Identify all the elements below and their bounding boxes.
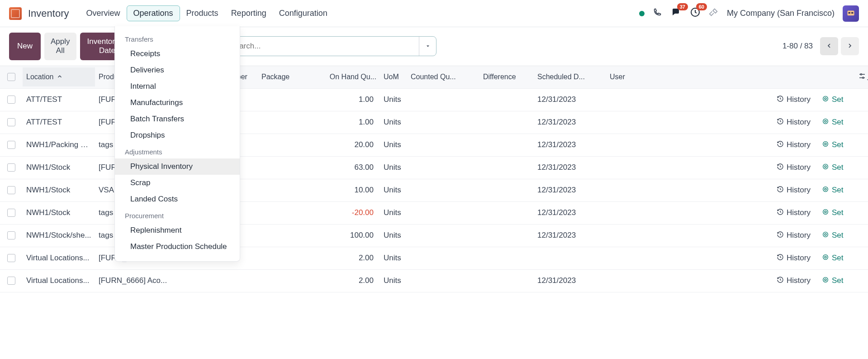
set-button[interactable]: Set — [822, 163, 851, 172]
col-scheduled[interactable]: Scheduled D... — [534, 67, 606, 86]
cell-user — [606, 275, 651, 286]
dropdown-item-dropships[interactable]: Dropships — [115, 127, 240, 144]
row-checkbox[interactable] — [0, 226, 23, 245]
dropdown-item-internal[interactable]: Internal — [115, 78, 240, 95]
dropdown-item-receipts[interactable]: Receipts — [115, 46, 240, 62]
pager-prev-button[interactable] — [820, 37, 838, 55]
history-button[interactable]: History — [777, 140, 815, 149]
activities-icon[interactable]: 60 — [690, 7, 701, 20]
cell-scheduled: 12/31/2023 — [534, 158, 606, 177]
svg-point-12 — [823, 119, 828, 124]
col-onhand[interactable]: On Hand Qu... — [317, 67, 380, 86]
target-icon — [822, 186, 829, 195]
col-difference[interactable]: Difference — [479, 67, 534, 86]
set-button[interactable]: Set — [822, 254, 851, 263]
cell-user — [606, 230, 651, 241]
topnav-right: 37 60 My Company (San Francisco) — [639, 5, 859, 22]
row-checkbox[interactable] — [0, 271, 23, 290]
cell-user — [606, 139, 651, 150]
set-button[interactable]: Set — [822, 140, 851, 149]
cell-location: Virtual Locations... — [23, 271, 95, 291]
nav-reporting[interactable]: Reporting — [225, 6, 273, 21]
dropdown-item-landed-costs[interactable]: Landed Costs — [115, 191, 240, 207]
app-logo-icon[interactable] — [9, 7, 22, 20]
row-checkbox[interactable] — [0, 90, 23, 109]
row-checkbox[interactable] — [0, 113, 23, 132]
row-checkbox[interactable] — [0, 158, 23, 177]
target-icon — [822, 118, 829, 127]
messages-icon[interactable]: 37 — [671, 7, 682, 20]
svg-point-17 — [825, 166, 826, 168]
target-icon — [822, 276, 829, 285]
col-counted[interactable]: Counted Qu... — [407, 67, 479, 86]
status-dot-icon[interactable] — [639, 11, 645, 16]
row-checkbox[interactable] — [0, 203, 23, 222]
history-button[interactable]: History — [777, 254, 815, 263]
history-button[interactable]: History — [777, 186, 815, 195]
row-checkbox[interactable] — [0, 135, 23, 154]
target-icon — [822, 231, 829, 240]
cell-location: NWH1/Stock — [23, 203, 95, 223]
dropdown-item-manufacturings[interactable]: Manufacturings — [115, 95, 240, 111]
row-checkbox[interactable] — [0, 181, 23, 200]
header-checkbox[interactable] — [0, 67, 23, 86]
history-button[interactable]: History — [777, 95, 815, 104]
app-title[interactable]: Inventory — [28, 8, 69, 19]
cell-location: NWH1/Stock/she... — [23, 225, 95, 245]
pager-next-button[interactable] — [841, 37, 859, 55]
cell-package — [258, 207, 317, 218]
cell-counted — [407, 207, 479, 218]
search-box[interactable] — [210, 36, 436, 56]
nav-operations[interactable]: Operations — [127, 5, 180, 21]
phone-icon[interactable] — [653, 7, 663, 19]
nav-configuration[interactable]: Configuration — [273, 6, 334, 21]
dropdown-item-deliveries[interactable]: Deliveries — [115, 62, 240, 78]
pager-label[interactable]: 1-80 / 83 — [783, 42, 813, 51]
set-button[interactable]: Set — [822, 231, 851, 240]
table-row[interactable]: Virtual Locations...[FURN_6666] Aco...2.… — [0, 270, 868, 292]
set-button[interactable]: Set — [822, 118, 851, 127]
cell-difference — [479, 139, 534, 150]
cell-difference — [479, 94, 534, 105]
col-location[interactable]: Location — [23, 67, 95, 86]
new-button[interactable]: New — [9, 33, 41, 60]
nav-products[interactable]: Products — [180, 6, 225, 21]
search-input[interactable] — [230, 42, 419, 51]
set-button[interactable]: Set — [822, 95, 851, 104]
svg-point-20 — [823, 210, 828, 215]
cell-user — [606, 94, 651, 105]
dropdown-item-physical-inventory[interactable]: Physical Inventory — [115, 158, 240, 175]
set-button[interactable]: Set — [822, 276, 851, 285]
tools-icon[interactable] — [709, 7, 719, 19]
user-avatar[interactable] — [843, 5, 859, 22]
company-name[interactable]: My Company (San Francisco) — [727, 9, 835, 18]
messages-badge: 37 — [677, 3, 688, 10]
history-icon — [777, 95, 784, 104]
history-button[interactable]: History — [777, 208, 815, 217]
dropdown-item-scrap[interactable]: Scrap — [115, 175, 240, 191]
dropdown-item-replenishment[interactable]: Replenishment — [115, 222, 240, 239]
history-icon — [777, 118, 784, 127]
col-package[interactable]: Package — [258, 67, 317, 86]
search-caret[interactable] — [419, 37, 436, 56]
cell-product: [FURN_6666] Aco... — [95, 271, 185, 291]
apply-all-button[interactable]: Apply All — [44, 33, 76, 60]
history-button[interactable]: History — [777, 276, 815, 285]
nav-overview[interactable]: Overview — [80, 6, 127, 21]
target-icon — [822, 163, 829, 172]
dropdown-item-batch-transfers[interactable]: Batch Transfers — [115, 111, 240, 127]
col-user[interactable]: User — [606, 67, 651, 86]
row-checkbox[interactable] — [0, 249, 23, 268]
set-button[interactable]: Set — [822, 186, 851, 195]
activities-badge: 60 — [696, 3, 707, 10]
column-settings-icon[interactable] — [854, 67, 868, 88]
cell-user — [606, 253, 651, 263]
history-button[interactable]: History — [777, 231, 815, 240]
cell-difference — [479, 117, 534, 128]
col-uom[interactable]: UoM — [380, 67, 407, 86]
toolbar-right: 1-80 / 83 — [783, 37, 859, 55]
dropdown-item-master-production-schedule[interactable]: Master Production Schedule — [115, 239, 240, 255]
history-button[interactable]: History — [777, 163, 815, 172]
history-button[interactable]: History — [777, 118, 815, 127]
set-button[interactable]: Set — [822, 208, 851, 217]
